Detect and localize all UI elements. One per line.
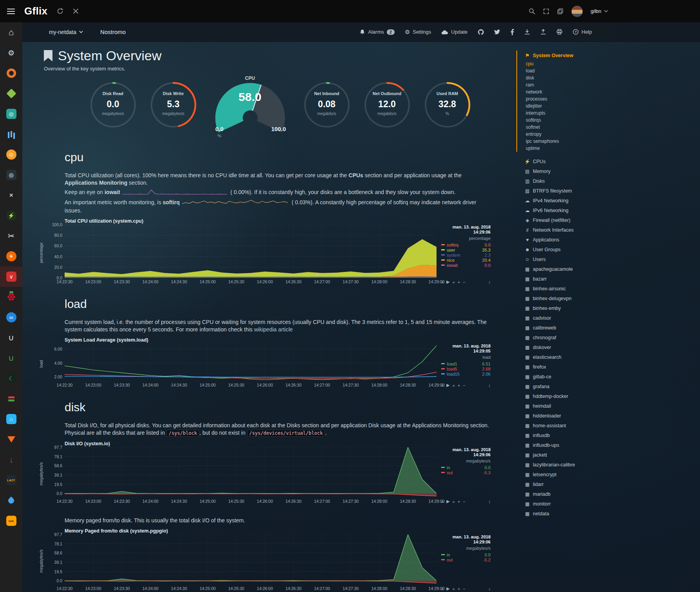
nav-item-binhex-delugevpn[interactable]: ▦binhex-delugevpn xyxy=(517,293,700,303)
zoom-out-button[interactable]: − xyxy=(463,280,465,284)
legend-row-load15[interactable]: load152.06 xyxy=(441,371,491,376)
nav-item-netdata[interactable]: ▦netdata xyxy=(517,509,700,518)
zoom-in-button[interactable]: + xyxy=(458,383,460,388)
alarms-button[interactable]: Alarms 2 xyxy=(359,29,395,35)
pan-left-button[interactable]: « xyxy=(441,383,444,388)
nav-item-memory[interactable]: ▤Memory xyxy=(517,166,700,176)
fullscreen-icon[interactable] xyxy=(543,8,549,14)
legend-row-in[interactable]: in0.0 xyxy=(441,552,491,557)
legend-row-in[interactable]: in0.0 xyxy=(441,465,491,470)
help-button[interactable]: ? Help xyxy=(573,29,592,35)
app-sidebar-item[interactable]: ∪ xyxy=(0,327,22,348)
nav-item-load[interactable]: load xyxy=(517,67,700,74)
chart-plot-area[interactable] xyxy=(65,534,437,585)
nav-item-diskover[interactable]: ▦diskover xyxy=(517,342,700,352)
nav-item-heimdall[interactable]: ▦heimdall xyxy=(517,401,700,411)
nav-item-ipc-semaphores[interactable]: ipc semaphores xyxy=(517,138,700,145)
app-sidebar-item[interactable]: ∨ xyxy=(0,266,22,287)
nav-item-network[interactable]: network xyxy=(517,88,700,95)
nav-item-mariadb[interactable]: ▦mariadb xyxy=(517,489,700,499)
nav-item-hiddenloader[interactable]: ▦hiddenloader xyxy=(517,411,700,421)
app-sidebar-item[interactable]: ⌂ xyxy=(0,22,22,43)
app-sidebar-item[interactable]: ⚙ xyxy=(0,43,22,63)
app-sidebar-item[interactable]: ✂ xyxy=(0,226,22,246)
nav-item-ipv6-networking[interactable]: ☁IPv6 Networking xyxy=(517,205,700,215)
app-sidebar-item[interactable]: ☀ xyxy=(0,246,22,266)
settings-button[interactable]: ⚙ Settings xyxy=(405,29,431,35)
zoom-in-button[interactable]: + xyxy=(458,499,460,504)
pan-right-button[interactable]: » xyxy=(453,280,455,284)
nav-item-letsencrypt[interactable]: ▦letsencrypt xyxy=(517,470,700,479)
app-sidebar-item[interactable]: LAZY xyxy=(0,470,22,490)
app-sidebar-item[interactable]: ↓ xyxy=(0,450,22,470)
github-icon[interactable] xyxy=(478,29,484,35)
zoom-out-button[interactable]: − xyxy=(463,499,465,504)
pan-right-button[interactable]: » xyxy=(453,383,455,388)
nav-item-influxdb[interactable]: ▦influxdb xyxy=(517,430,700,440)
nav-item-cpu[interactable]: cpu xyxy=(517,60,700,67)
nav-item-ram[interactable]: ram xyxy=(517,81,700,88)
nav-item-cadvisor[interactable]: ▦cadvisor xyxy=(517,313,700,323)
app-sidebar-item[interactable] xyxy=(0,287,22,307)
app-sidebar-item[interactable] xyxy=(0,83,22,104)
nav-item-monitorr[interactable]: ▦monitorr xyxy=(517,499,700,509)
app-sidebar-item[interactable]: ⌂ xyxy=(0,409,22,429)
nav-item-binhex-emby[interactable]: ▦binhex-emby xyxy=(517,303,700,313)
nav-item-elasticsearch[interactable]: ▦elasticsearch xyxy=(517,352,700,362)
zoom-in-button[interactable]: + xyxy=(458,587,460,591)
resize-handle[interactable]: ↕ xyxy=(489,499,491,504)
zoom-out-button[interactable]: − xyxy=(463,587,465,591)
nav-item-uptime[interactable]: uptime xyxy=(517,145,700,152)
hamburger-menu-icon[interactable] xyxy=(7,8,15,14)
nav-item-applications[interactable]: ♥Applications xyxy=(517,235,700,245)
nav-item-btrfs-filesystem[interactable]: ▧BTRFS filesystem xyxy=(517,186,700,196)
legend-row-load5[interactable]: load52.68 xyxy=(441,366,491,371)
play-button[interactable]: ▶ xyxy=(446,383,449,388)
app-sidebar-item[interactable]: ⊙ xyxy=(0,144,22,165)
app-sidebar-item[interactable] xyxy=(0,490,22,511)
nav-item-softnet[interactable]: softnet xyxy=(517,124,700,131)
facebook-icon[interactable] xyxy=(511,29,514,35)
resize-handle[interactable]: ↕ xyxy=(489,383,491,388)
windows-icon[interactable] xyxy=(557,8,563,14)
app-sidebar-item[interactable] xyxy=(0,63,22,83)
nav-item-cpus[interactable]: ⚡CPUs xyxy=(517,157,700,166)
zoom-in-button[interactable]: + xyxy=(458,280,460,284)
close-icon[interactable] xyxy=(73,8,79,14)
nav-item-entropy[interactable]: entropy xyxy=(517,131,700,138)
app-sidebar-item[interactable]: ⚡ xyxy=(0,205,22,226)
nav-item-calibreweb[interactable]: ▦calibreweb xyxy=(517,323,700,333)
nav-item-disks[interactable]: ▥Disks xyxy=(517,176,700,186)
app-sidebar-item[interactable]: sab xyxy=(0,511,22,531)
nav-item-softirqs[interactable]: softirqs xyxy=(517,117,700,124)
pan-left-button[interactable]: « xyxy=(441,587,444,591)
nav-item-chronograf[interactable]: ▦chronograf xyxy=(517,333,700,342)
legend-row-out[interactable]: out-5.2 xyxy=(441,557,491,562)
app-sidebar-item[interactable] xyxy=(0,124,22,144)
play-button[interactable]: ▶ xyxy=(446,499,449,504)
app-sidebar-item[interactable]: ∪ xyxy=(0,348,22,368)
update-button[interactable]: Update xyxy=(441,29,467,35)
legend-row-out[interactable]: out-5.3 xyxy=(441,470,491,475)
chart-plot-area[interactable] xyxy=(65,344,437,381)
pan-left-button[interactable]: « xyxy=(441,280,444,284)
wikipedia-link[interactable]: wikipedia article xyxy=(254,326,293,333)
zoom-out-button[interactable]: − xyxy=(463,383,465,388)
legend-row-system[interactable]: system2.3 xyxy=(441,252,491,257)
nav-item-user-groups[interactable]: ☻User Groups xyxy=(517,245,700,254)
nav-item-users[interactable]: ☺Users xyxy=(517,254,700,264)
nav-item-binhex-airsonic[interactable]: ▦binhex-airsonic xyxy=(517,284,700,293)
pan-right-button[interactable]: » xyxy=(453,499,455,504)
nav-item-ipv4-networking[interactable]: ☁IPv4 Networking xyxy=(517,196,700,205)
nav-item-hddtemp-docker[interactable]: ▦hddtemp-docker xyxy=(517,391,700,401)
chart-plot-area[interactable] xyxy=(65,447,437,497)
nav-item-jackett[interactable]: ▦jackett xyxy=(517,450,700,460)
nav-item-bazarr[interactable]: ▦bazarr xyxy=(517,274,700,284)
nav-item-lidarr[interactable]: ▦lidarr xyxy=(517,479,700,489)
app-sidebar-item[interactable]: ☾ xyxy=(0,368,22,389)
nav-item-network-interfaces[interactable]: ♯Network Interfaces xyxy=(517,225,700,235)
nav-item-idlejitter[interactable]: idlejitter xyxy=(517,103,700,110)
app-sidebar-item[interactable]: ◎ xyxy=(0,165,22,185)
legend-row-iowait[interactable]: iowait0.0 xyxy=(441,263,491,268)
nav-item-disk[interactable]: disk xyxy=(517,74,700,81)
